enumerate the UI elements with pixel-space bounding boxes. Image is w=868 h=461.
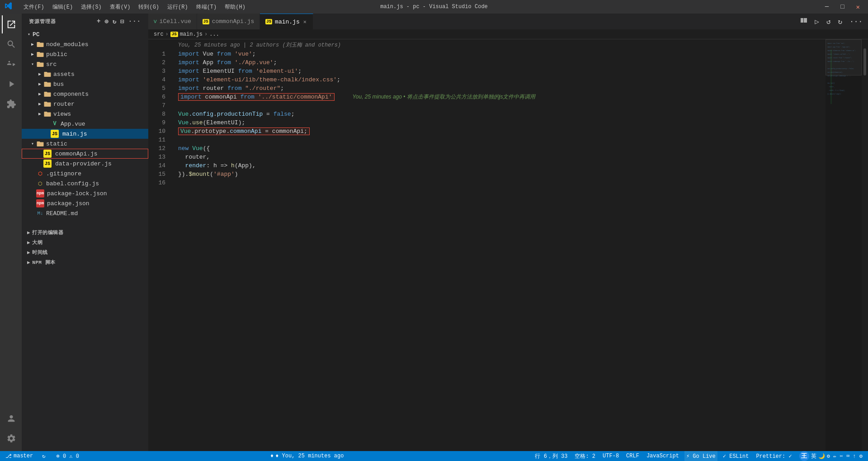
status-ime[interactable]: 王 英 🌙 ⚙ ✏ ✂ ⌨ ↑ ⚙ <box>797 451 864 461</box>
code-line-16[interactable] <box>178 179 826 187</box>
activity-extensions[interactable] <box>2 95 20 113</box>
tree-item-main-js[interactable]: ▶ JS main.js <box>22 129 148 139</box>
menu-select[interactable]: 选择(S) <box>77 2 105 12</box>
new-folder-icon[interactable]: ⊕ <box>104 18 108 25</box>
tree-root-pc[interactable]: ▾ PC <box>22 29 148 39</box>
activity-run-debug[interactable] <box>2 75 20 93</box>
section-open-editors[interactable]: ▶ 打开的编辑器 <box>22 227 148 237</box>
code-line-5[interactable]: import router from "./router" ; <box>178 84 826 93</box>
code-line-1[interactable]: import Vue from 'vue' ; <box>178 50 826 58</box>
code-line-9[interactable]: Vue . use (ElementUI); <box>178 118 826 127</box>
minimap-thumb[interactable] <box>826 39 862 75</box>
code-line-10[interactable]: Vue .prototype. commonApi = commonApi; <box>178 127 826 136</box>
status-eslint[interactable]: ✓ ESLint <box>721 451 751 461</box>
ln-12: 12 <box>148 144 165 153</box>
sidebar-actions[interactable]: + ⊕ ↻ ⊟ ··· <box>97 18 141 25</box>
tree-item-public[interactable]: ▶ public <box>22 49 148 59</box>
tree-item-components[interactable]: ▶ components <box>22 89 148 99</box>
tree-item-src[interactable]: ▾ src <box>22 59 148 69</box>
collapse-icon[interactable]: ⊟ <box>120 18 124 25</box>
tree-item-assets[interactable]: ▶ assets <box>22 69 148 79</box>
section-npm[interactable]: ▶ NPM 脚本 <box>22 257 148 267</box>
tab-main-js[interactable]: JS main.js ✕ <box>260 14 313 29</box>
code-line-12[interactable]: new Vue ({ <box>178 144 826 153</box>
tree-item-readme[interactable]: ▶ M↓ README.md <box>22 208 148 218</box>
menu-view[interactable]: 查看(V) <box>106 2 134 12</box>
menu-edit[interactable]: 编辑(E) <box>49 2 77 12</box>
tab-commonapi-js[interactable]: JS commonApi.js <box>197 14 260 29</box>
maximize-button[interactable]: □ <box>837 2 848 12</box>
token-str-5: "./router" <box>241 84 280 93</box>
menu-bar[interactable]: 文件(F) 编辑(E) 选择(S) 查看(V) 转到(G) 运行(R) 终端(T… <box>20 2 249 12</box>
tab-close-mainjs[interactable]: ✕ <box>302 18 307 26</box>
run-code-icon[interactable]: ▷ <box>813 15 821 28</box>
sidebar-content: ▾ PC ▶ node_modules ▶ public ▾ <box>22 29 148 451</box>
new-file-icon[interactable]: + <box>97 18 101 25</box>
menu-run[interactable]: 运行(R) <box>164 2 192 12</box>
tab-icell-vue[interactable]: V iCell.vue <box>148 14 197 29</box>
section-arrow-timeline: ▶ <box>27 249 30 255</box>
tree-item-router[interactable]: ▶ router <box>22 99 148 109</box>
tree-item-bus[interactable]: ▶ bus <box>22 79 148 89</box>
status-prettier[interactable]: Prettier: ✓ <box>754 451 793 461</box>
menu-goto[interactable]: 转到(G) <box>135 2 163 12</box>
code-line-8[interactable]: Vue .config . productionTip = false ; <box>178 110 826 118</box>
menu-terminal[interactable]: 终端(T) <box>193 2 221 12</box>
menu-help[interactable]: 帮助(H) <box>221 2 249 12</box>
tree-item-pkg-lock[interactable]: ▶ npm package-lock.json <box>22 188 148 198</box>
code-line-4[interactable]: import 'element-ui/lib/theme-chalk/index… <box>178 75 826 84</box>
tree-item-node_modules[interactable]: ▶ node_modules <box>22 39 148 49</box>
code-line-6[interactable]: import commonApi from '../static/commonA… <box>178 93 826 101</box>
scrollbar-thumb[interactable] <box>863 48 866 75</box>
more-actions-icon-editor[interactable]: ··· <box>848 16 864 28</box>
status-line-ending[interactable]: CRLF <box>624 451 641 461</box>
code-line-2[interactable]: import App from './App.vue' ; <box>178 58 826 67</box>
section-outline[interactable]: ▶ 大纲 <box>22 237 148 247</box>
breadcrumb-file[interactable]: main.js <box>180 31 203 38</box>
minimize-button[interactable]: ─ <box>821 2 832 12</box>
tree-item-gitignore[interactable]: ▶ ⬡ .gitignore <box>22 169 148 179</box>
code-line-11[interactable] <box>178 136 826 144</box>
code-line-13[interactable]: router, <box>178 153 826 161</box>
status-go-live[interactable]: ⚡ Go Live <box>684 451 717 461</box>
activity-source-control[interactable] <box>2 55 20 73</box>
menu-file[interactable]: 文件(F) <box>20 2 48 12</box>
activity-settings[interactable] <box>2 429 20 447</box>
redo-icon[interactable]: ↻ <box>836 15 844 28</box>
activity-account[interactable] <box>2 409 20 428</box>
code-line-15[interactable]: }). $mount ( '#app' ) <box>178 170 826 179</box>
tree-item-package-json[interactable]: ▶ npm package.json <box>22 198 148 208</box>
status-language[interactable]: JavaScript <box>645 451 681 461</box>
breadcrumb-dots[interactable]: ... <box>209 31 219 38</box>
code-line-3[interactable]: import ElementUI from 'element-ui' ; <box>178 67 826 75</box>
minimap[interactable]: import Vue from 'vue'; import App from '… <box>826 39 862 451</box>
close-button[interactable]: ✕ <box>853 2 863 12</box>
status-encoding[interactable]: UTF-8 <box>601 451 621 461</box>
section-timeline[interactable]: ▶ 时间线 <box>22 247 148 257</box>
code-line-14[interactable]: render : h => h (App), <box>178 161 826 170</box>
window-controls[interactable]: ─ □ ✕ <box>821 2 863 12</box>
git-icon-gitignore: ⬡ <box>36 169 44 178</box>
status-errors[interactable]: ⊗ 0 ⚠ 0 <box>54 451 80 461</box>
refresh-icon[interactable]: ↻ <box>113 18 117 25</box>
code-area[interactable]: You, 25 minutes ago | 2 authors (刘玉梅 and… <box>171 39 826 451</box>
tree-item-commonapi-js[interactable]: ▶ JS commonApi.js <box>22 149 148 159</box>
tree-item-static[interactable]: ▾ static <box>22 139 148 149</box>
tree-item-app-vue[interactable]: ▶ V App.vue <box>22 119 148 129</box>
tree-item-data-provider[interactable]: ▶ JS data-provider.js <box>22 159 148 169</box>
activity-search[interactable] <box>2 35 20 53</box>
scrollbar-track[interactable] <box>862 39 868 451</box>
status-commit[interactable]: ♦ ♦ You, 25 minutes ago <box>269 451 345 461</box>
activity-explorer[interactable] <box>2 15 20 33</box>
status-sync[interactable]: ↻ <box>40 451 49 461</box>
more-actions-icon[interactable]: ··· <box>128 18 141 25</box>
split-editor-icon[interactable] <box>798 15 809 28</box>
tree-item-views[interactable]: ▶ views <box>22 109 148 119</box>
revert-icon[interactable]: ↺ <box>825 15 833 28</box>
breadcrumb-src[interactable]: src <box>154 31 164 38</box>
status-branch[interactable]: ⎇ master <box>4 451 35 461</box>
status-position[interactable]: 行 6，列 33 <box>533 451 569 461</box>
tree-item-babel[interactable]: ▶ ⬡ babel.config.js <box>22 179 148 188</box>
code-line-7[interactable] <box>178 101 826 110</box>
status-spaces[interactable]: 空格: 2 <box>573 451 597 461</box>
